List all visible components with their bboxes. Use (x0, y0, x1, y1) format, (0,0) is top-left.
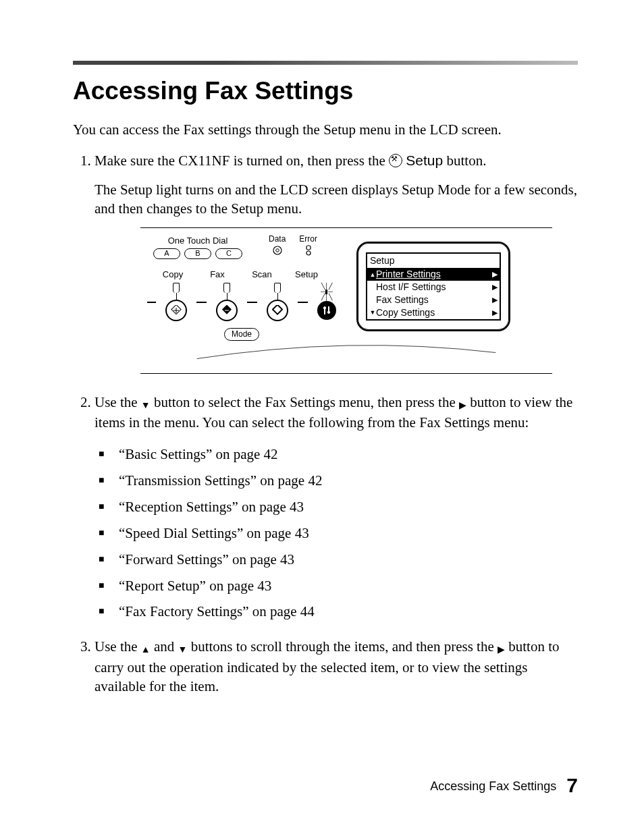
down-arrow-icon (141, 394, 151, 413)
step-1-line-1: Make sure the CX11NF is turned on, then … (95, 151, 578, 170)
fax-settings-sublist: “Basic Settings” on page 42 “Transmissio… (95, 441, 578, 625)
svg-rect-7 (222, 305, 232, 314)
step-1-pre: Make sure the CX11NF is turned on, then … (95, 153, 389, 169)
mode-buttons-row: ╲│╱ ─▮─ ╱│╲ (147, 283, 336, 321)
bullet-fax-factory-settings: “Fax Factory Settings” on page 44 (119, 599, 578, 625)
lcd-item-label: Copy Settings (376, 306, 492, 319)
error-led: Error (299, 233, 317, 258)
mode-oval-label: Mode (224, 328, 259, 340)
mode-label-fax: Fax (204, 269, 231, 281)
svg-point-1 (275, 248, 279, 252)
copy-icon (165, 300, 187, 321)
mode-button-fax (216, 283, 238, 321)
lcd-panel: Setup ▲ Printer Settings ▶ Host I/F Sett… (356, 242, 510, 331)
one-touch-dial-buttons: A B C (147, 248, 248, 259)
lcd-item-arrow-icon: ▶ (492, 295, 498, 305)
lcd-item-fax-settings: Fax Settings ▶ (367, 294, 500, 306)
up-arrow-icon (141, 638, 151, 657)
data-led: Data (269, 233, 286, 258)
step-2-mid: button to select the Fax Settings menu, … (151, 394, 459, 410)
svg-rect-2 (306, 246, 311, 250)
one-touch-dial-label: One Touch Dial (147, 235, 248, 247)
procedure-list: Make sure the CX11NF is turned on, then … (73, 151, 578, 696)
manual-page: Accessing Fax Settings You can access th… (0, 0, 644, 828)
step-2: Use the button to select the Fax Setting… (95, 393, 578, 626)
step-1-line-2: The Setup light turns on and the LCD scr… (95, 180, 578, 219)
figure-base-curve (147, 343, 545, 364)
setup-button-label: Setup (406, 153, 443, 168)
lcd-item-arrow-icon: ▶ (492, 282, 498, 292)
svg-point-3 (306, 251, 311, 255)
step-3-text: Use the and buttons to scroll through th… (95, 637, 578, 696)
svg-point-0 (273, 246, 281, 254)
error-led-icon (303, 245, 314, 256)
step-2-pre: Use the (95, 394, 141, 410)
lcd-item-copy-settings: ▼ Copy Settings ▶ (367, 306, 500, 319)
control-panel-drawing: One Touch Dial A B C Data (147, 235, 336, 340)
step-1-post: button. (443, 153, 486, 169)
mode-label-setup: Setup (293, 269, 320, 281)
data-led-icon (272, 245, 283, 256)
bullet-reception-settings: “Reception Settings” on page 43 (119, 494, 578, 520)
data-led-label: Data (269, 233, 286, 244)
down-arrow-icon (178, 638, 188, 657)
setup-tools-icon (317, 301, 336, 320)
lcd-scroll-down-icon: ▼ (369, 308, 376, 316)
section-rule (73, 61, 578, 65)
footer-section-title: Accessing Fax Settings (430, 779, 556, 793)
lcd-scroll-up-icon: ▲ (369, 271, 376, 279)
lcd-item-label: Printer Settings (376, 268, 492, 281)
scan-icon (267, 300, 288, 321)
page-footer: Accessing Fax Settings 7 (430, 774, 578, 797)
svg-rect-9 (273, 305, 282, 314)
lcd-item-arrow-icon: ▶ (492, 308, 498, 318)
fax-icon (216, 300, 238, 321)
setup-light-icon: ╲│╱ ─▮─ ╱│╲ (321, 284, 333, 300)
control-panel-figure: One Touch Dial A B C Data (140, 227, 552, 373)
otd-button-a: A (153, 248, 180, 259)
step-2-text: Use the button to select the Fax Setting… (95, 393, 578, 433)
step-1: Make sure the CX11NF is turned on, then … (95, 151, 578, 373)
step-3-pre: Use the (95, 638, 141, 655)
bullet-speed-dial-settings: “Speed Dial Settings” on page 43 (119, 520, 578, 547)
mode-button-copy (165, 283, 187, 321)
step-3-mid2: buttons to scroll through the items, and… (187, 638, 498, 655)
mode-label-scan: Scan (248, 269, 275, 281)
otd-button-b: B (184, 248, 211, 259)
bullet-transmission-settings: “Transmission Settings” on page 42 (119, 468, 578, 494)
mode-button-setup: ╲│╱ ─▮─ ╱│╲ (317, 284, 336, 320)
lcd-item-label: Fax Settings (376, 294, 492, 306)
mode-label-copy: Copy (159, 269, 186, 281)
page-title: Accessing Fax Settings (73, 77, 578, 105)
step-3: Use the and buttons to scroll through th… (95, 637, 578, 696)
mode-labels-row: Copy Fax Scan Setup (159, 269, 336, 281)
error-led-label: Error (299, 233, 317, 244)
bullet-basic-settings: “Basic Settings” on page 42 (119, 441, 578, 468)
setup-icon (389, 154, 402, 167)
intro-paragraph: You can access the Fax settings through … (73, 120, 578, 139)
step-3-mid1: and (151, 638, 178, 655)
right-arrow-icon (459, 394, 466, 413)
otd-button-c: C (215, 248, 242, 259)
lcd-item-host-if-settings: Host I/F Settings ▶ (367, 281, 500, 294)
lcd-screen: Setup ▲ Printer Settings ▶ Host I/F Sett… (366, 252, 501, 320)
bullet-forward-settings: “Forward Settings” on page 43 (119, 547, 578, 573)
lcd-title: Setup (367, 254, 500, 268)
lcd-item-arrow-icon: ▶ (492, 269, 498, 279)
bullet-report-setup: “Report Setup” on page 43 (119, 573, 578, 599)
page-number: 7 (566, 774, 578, 796)
right-arrow-icon (498, 638, 505, 657)
mode-button-scan (267, 283, 288, 321)
lcd-item-label: Host I/F Settings (376, 281, 492, 294)
lcd-item-printer-settings: ▲ Printer Settings ▶ (367, 268, 500, 281)
